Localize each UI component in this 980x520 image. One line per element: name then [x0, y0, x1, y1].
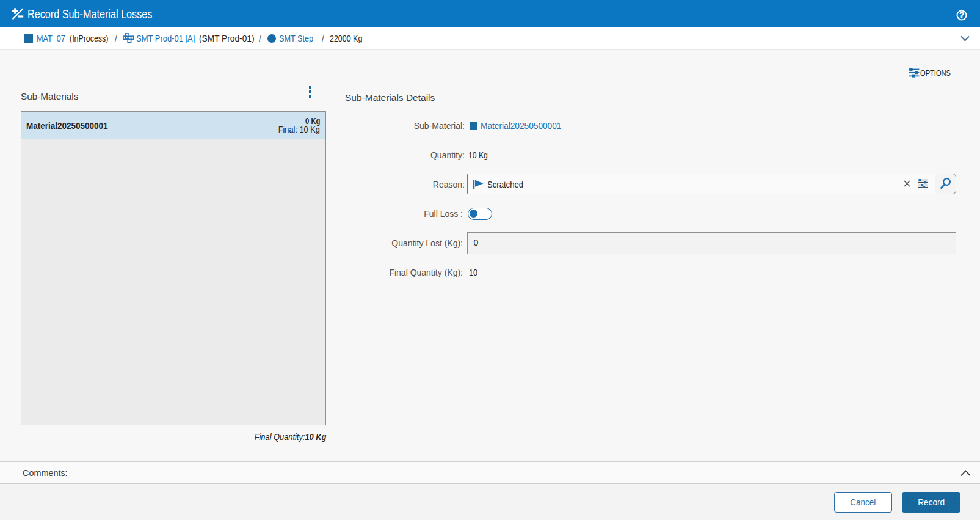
svg-text:?: ?	[959, 11, 964, 20]
